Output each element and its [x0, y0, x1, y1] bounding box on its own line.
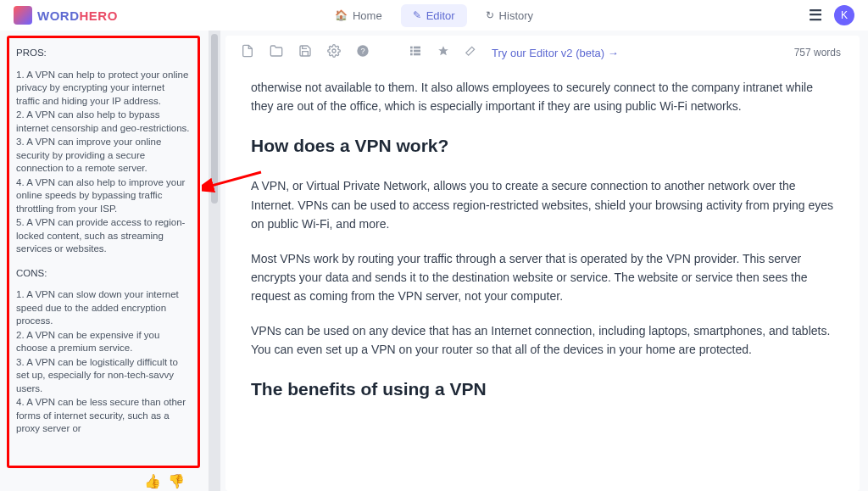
- logo-word: WORD: [37, 8, 80, 23]
- cons-item: 1. A VPN can slow down your internet spe…: [16, 288, 191, 328]
- nav-editor-label: Editor: [426, 9, 455, 22]
- svg-rect-6: [414, 50, 420, 53]
- app-header: WORDHERO 🏠 Home ✎ Editor ↻ History ☰ K: [0, 0, 868, 31]
- thumbs-up-icon[interactable]: 👍: [144, 473, 161, 489]
- pros-item: 3. A VPN can improve your online securit…: [16, 136, 191, 176]
- nav-history-label: History: [499, 9, 533, 22]
- home-icon: 🏠: [335, 9, 348, 21]
- sidebar: PROS: 1. A VPN can help to protect your …: [0, 31, 209, 491]
- thumbs-down-icon[interactable]: 👎: [168, 473, 185, 489]
- svg-rect-3: [410, 47, 413, 49]
- new-doc-icon[interactable]: [241, 44, 254, 61]
- pros-heading: PROS:: [16, 47, 191, 60]
- pros-item: 1. A VPN can help to protect your online…: [16, 69, 191, 109]
- help-icon[interactable]: ?: [356, 44, 370, 61]
- article-content[interactable]: otherwise not available to them. It also…: [225, 70, 860, 491]
- article-heading-how: How does a VPN work?: [251, 131, 834, 160]
- pros-item: 5. A VPN can provide access to region-lo…: [16, 216, 191, 256]
- save-icon[interactable]: [298, 44, 312, 61]
- svg-rect-5: [410, 50, 413, 53]
- cons-item: 4. A VPN can be less secure than other f…: [16, 396, 191, 436]
- history-icon: ↻: [486, 9, 494, 21]
- nav-home[interactable]: 🏠 Home: [323, 4, 394, 27]
- generated-output-box: PROS: 1. A VPN can help to protect your …: [7, 36, 200, 468]
- try-editor-link[interactable]: Try our Editor v2 (beta) →: [492, 47, 619, 59]
- nav-home-label: Home: [353, 9, 382, 22]
- cons-heading: CONS:: [16, 267, 191, 281]
- pin-icon[interactable]: [437, 45, 449, 60]
- feedback-buttons: 👍 👎: [7, 473, 200, 489]
- nav-history[interactable]: ↻ History: [474, 4, 545, 27]
- logo-icon: [14, 6, 32, 25]
- svg-text:?: ?: [360, 47, 364, 55]
- menu-icon[interactable]: ☰: [809, 6, 822, 25]
- sidebar-scrollbar[interactable]: [209, 31, 220, 491]
- nav-editor[interactable]: ✎ Editor: [401, 4, 467, 27]
- svg-rect-8: [414, 53, 420, 56]
- svg-rect-7: [410, 53, 413, 56]
- nav-tabs: 🏠 Home ✎ Editor ↻ History: [323, 4, 545, 27]
- logo-hero: HERO: [80, 8, 118, 23]
- main-layout: PROS: 1. A VPN can help to protect your …: [0, 31, 868, 491]
- article-paragraph: otherwise not available to them. It also…: [251, 78, 834, 116]
- wand-icon[interactable]: [465, 45, 476, 60]
- pros-item: 4. A VPN can also help to improve your o…: [16, 176, 191, 216]
- logo[interactable]: WORDHERO: [14, 6, 118, 25]
- cons-item: 3. A VPN can be logistically difficult t…: [16, 356, 191, 396]
- svg-rect-4: [414, 47, 420, 49]
- open-folder-icon[interactable]: [270, 44, 283, 61]
- article-heading-benefits: The benefits of using a VPN: [251, 375, 834, 404]
- header-right: ☰ K: [809, 5, 854, 25]
- editor-panel: ? Try our Editor v2 (beta) → 757 words o…: [225, 36, 860, 491]
- list-icon[interactable]: [409, 44, 422, 61]
- avatar[interactable]: K: [834, 5, 854, 25]
- logo-text: WORDHERO: [37, 8, 118, 23]
- article-paragraph: VPNs can be used on any device that has …: [251, 321, 834, 360]
- cons-item: 2. A VPN can be expensive if you choose …: [16, 329, 191, 355]
- editor-toolbar: ? Try our Editor v2 (beta) → 757 words: [225, 36, 860, 70]
- article-paragraph: Most VPNs work by routing your traffic t…: [251, 249, 834, 306]
- word-count: 757 words: [794, 47, 844, 59]
- svg-point-0: [332, 49, 336, 53]
- edit-icon: ✎: [413, 9, 421, 21]
- gear-icon[interactable]: [327, 44, 341, 61]
- article-paragraph: A VPN, or Virtual Private Network, allow…: [251, 176, 834, 233]
- pros-item: 2. A VPN can also help to bypass interne…: [16, 109, 191, 135]
- scroll-thumb[interactable]: [211, 34, 218, 204]
